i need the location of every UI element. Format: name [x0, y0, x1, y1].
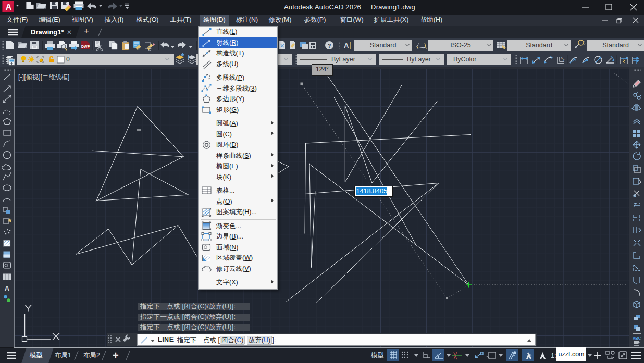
svg-text:A: A [6, 3, 12, 11]
svg-text:A: A [5, 284, 10, 292]
svg-text:ABC: ABC [633, 336, 641, 341]
svg-text:?: ? [328, 43, 331, 49]
svg-text:A: A [344, 42, 349, 49]
svg-text:1:: 1: [551, 352, 556, 359]
svg-text:Y: Y [563, 58, 565, 61]
svg-text:DWF: DWF [81, 45, 90, 48]
